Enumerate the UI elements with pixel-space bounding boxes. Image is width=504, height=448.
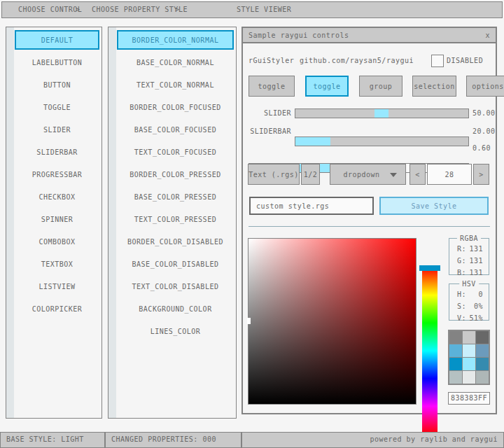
control-item-button[interactable]: BUTTON: [15, 75, 99, 94]
style-color-swatch[interactable]: [449, 344, 462, 357]
rgba-b-value: 131: [469, 268, 483, 278]
rgba-g-value: 131: [469, 256, 483, 266]
sliderbar-value: 20.00: [472, 127, 496, 136]
control-item-toggle[interactable]: TOGGLE: [15, 97, 99, 117]
rgba-g-label: G:: [457, 256, 466, 266]
hex-color-value[interactable]: 838383FF: [448, 392, 490, 405]
filename-input[interactable]: [249, 197, 374, 215]
slider-handle[interactable]: [374, 109, 388, 118]
hsv-h-label: H:: [457, 290, 466, 300]
close-icon[interactable]: x: [485, 31, 490, 39]
window-title: Sample raygui controls: [248, 31, 349, 39]
spinner-decrement-button[interactable]: <: [410, 164, 426, 185]
toggle-group-item-1[interactable]: toggle: [305, 76, 349, 97]
step-choose-control: CHOOSE CONTROL: [18, 2, 82, 18]
property-item-text-color-focused[interactable]: TEXT_COLOR_FOCUSED: [117, 142, 234, 162]
property-item-background-color[interactable]: BACKGROUND_COLOR: [117, 299, 234, 318]
control-item-slider[interactable]: SLIDER: [15, 120, 99, 139]
slider[interactable]: [295, 108, 469, 118]
toggle-group-item-0[interactable]: toggle: [248, 76, 295, 97]
rgba-row-b: B: 131: [449, 268, 489, 278]
dropdown[interactable]: dropdown: [330, 164, 406, 185]
property-item-text-color-normal[interactable]: TEXT_COLOR_NORMAL: [117, 75, 234, 94]
color-picker-area[interactable]: [248, 238, 416, 405]
property-item-lines-color[interactable]: LINES_COLOR: [117, 321, 234, 341]
style-color-swatch[interactable]: [476, 371, 489, 384]
save-style-button[interactable]: Save Style: [379, 197, 489, 215]
text-rgs-button[interactable]: Text (.rgs): [248, 164, 300, 185]
hsv-v-label: V:: [457, 314, 466, 323]
hue-selector[interactable]: [419, 265, 440, 271]
chevron-down-icon: [390, 173, 397, 177]
property-item-text-color-pressed[interactable]: TEXT_COLOR_PRESSED: [117, 209, 234, 229]
hsv-row-h: H: 0: [449, 290, 489, 300]
style-color-swatch[interactable]: [463, 371, 475, 384]
color-picker-cursor[interactable]: [247, 318, 251, 324]
style-color-swatch[interactable]: [463, 331, 475, 344]
chevron-right-icon: >: [175, 2, 180, 18]
style-color-swatch[interactable]: [463, 358, 475, 370]
repo-link[interactable]: github.com/raysan5/raygui: [300, 55, 414, 67]
rgba-r-value: 131: [469, 244, 483, 254]
property-item-base-color-focused[interactable]: BASE_COLOR_FOCUSED: [117, 120, 234, 139]
disabled-checkbox-label: DISABLED: [447, 55, 483, 67]
control-item-labelbutton[interactable]: LABELBUTTON: [15, 52, 99, 72]
property-item-base-color-pressed[interactable]: BASE_COLOR_PRESSED: [117, 187, 234, 206]
controls-scrollbar[interactable]: [6, 27, 14, 418]
style-color-swatch[interactable]: [449, 331, 462, 344]
control-item-colorpicker[interactable]: COLORPICKER: [15, 299, 99, 318]
sliderbar[interactable]: [295, 136, 469, 146]
hsv-group: HSV H: 0 S: 0% V: 51%: [449, 284, 489, 321]
hsv-s-value: 0%: [474, 302, 483, 312]
half-button[interactable]: 1/2: [301, 164, 320, 185]
property-item-text-color-disabled[interactable]: TEXT_COLOR_DISABLED: [117, 276, 234, 296]
control-item-combobox[interactable]: COMBOBOX: [15, 232, 99, 251]
style-color-swatch[interactable]: [476, 331, 489, 344]
style-color-swatch[interactable]: [476, 358, 489, 370]
properties-scrollbar[interactable]: [108, 27, 116, 418]
style-color-swatch[interactable]: [476, 344, 489, 357]
sample-controls-window: Sample raygui controls x rGuiStyler gith…: [241, 27, 497, 414]
hue-bar[interactable]: [422, 267, 438, 434]
slider-label: SLIDER: [243, 108, 291, 118]
hsv-h-value: 0: [478, 290, 483, 300]
control-item-spinner[interactable]: SPINNER: [15, 209, 99, 229]
toggle-group-item-3[interactable]: selection: [412, 76, 456, 97]
statusbar-base-style: BASE STYLE: LIGHT: [0, 432, 105, 448]
style-color-swatch[interactable]: [449, 358, 462, 370]
step-style-viewer: STYLE VIEWER: [237, 2, 291, 18]
control-item-progressbar[interactable]: PROGRESSBAR: [15, 164, 99, 184]
toggle-group-item-2[interactable]: group: [359, 76, 402, 97]
control-item-textbox[interactable]: TEXTBOX: [15, 254, 99, 274]
rgba-row-g: G: 131: [449, 256, 489, 266]
spinner-value-input[interactable]: [427, 164, 472, 185]
slider-value: 50.00: [472, 108, 496, 118]
property-item-base-color-normal[interactable]: BASE_COLOR_NORMAL: [117, 52, 234, 72]
navigation-bar: CHOOSE CONTROL > CHOOSE PROPERTY STYLE >…: [1, 1, 503, 18]
property-item-border-color-focused[interactable]: BORDER_COLOR_FOCUSED: [117, 97, 234, 117]
rgba-group-title: RGBA: [457, 234, 481, 242]
property-item-base-color-disabled[interactable]: BASE_COLOR_DISABLED: [117, 254, 234, 274]
sliderbar-fill: [295, 137, 330, 146]
property-item-border-color-disabled[interactable]: BORDER_COLOR_DISABLED: [117, 232, 234, 251]
disabled-checkbox[interactable]: [431, 55, 444, 67]
style-color-swatch-grid: [448, 330, 490, 385]
divider: [248, 226, 490, 227]
property-item-border-color-pressed[interactable]: BORDER_COLOR_PRESSED: [117, 164, 234, 184]
style-color-swatch[interactable]: [463, 344, 475, 357]
spinner-increment-button[interactable]: >: [473, 164, 489, 185]
control-item-sliderbar[interactable]: SLIDERBAR: [15, 142, 99, 162]
control-item-default[interactable]: DEFAULT: [15, 30, 99, 50]
chevron-right-icon: >: [76, 2, 80, 18]
dropdown-selected-label: dropdown: [343, 171, 379, 178]
style-color-swatch[interactable]: [449, 371, 462, 384]
window-titlebar[interactable]: Sample raygui controls x: [243, 28, 496, 43]
control-item-listview[interactable]: LISTVIEW: [15, 276, 99, 296]
control-item-checkbox[interactable]: CHECKBOX: [15, 187, 99, 206]
statusbar-changed-properties: CHANGED PROPERTIES: 000: [105, 432, 241, 448]
rgba-r-label: R:: [457, 244, 466, 254]
app-name-label: rGuiStyler: [248, 55, 294, 67]
property-item-border-color-normal[interactable]: BORDER_COLOR_NORMAL: [117, 30, 234, 50]
toggle-group-item-4[interactable]: options: [466, 76, 504, 97]
statusbar-powered-by: powered by raylib and raygui: [241, 432, 504, 448]
